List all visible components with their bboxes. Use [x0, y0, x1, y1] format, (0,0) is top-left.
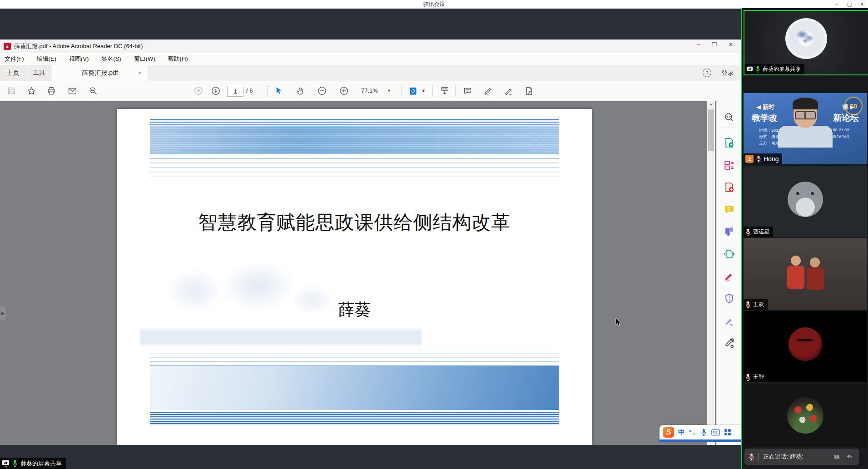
zoom-level-dropdown[interactable]: 77.1% — [361, 86, 378, 96]
meeting-title: 腾讯会议 — [0, 0, 868, 8]
profile-badge-icon — [745, 155, 754, 163]
minimize-icon[interactable]: – — [833, 1, 840, 7]
meeting-titlebar: 腾讯会议 – ▢ ✕ — [0, 0, 868, 9]
page-number-input[interactable]: 1 — [227, 86, 243, 97]
participant-tile-5[interactable]: 王智 — [744, 311, 867, 382]
search-icon — [89, 86, 98, 96]
soft-keyboard-icon[interactable] — [711, 429, 720, 436]
sign-button[interactable] — [501, 84, 516, 98]
print-icon — [47, 86, 56, 95]
mic-muted-icon — [745, 228, 751, 236]
search-tools-button[interactable] — [723, 111, 735, 123]
sogou-menu-grid-icon[interactable] — [724, 429, 731, 436]
zoom-in-button[interactable] — [336, 84, 352, 98]
acrobat-restore-icon[interactable]: ❐ — [712, 41, 717, 48]
menu-sign[interactable]: 签名(S) — [101, 55, 121, 63]
input-mode-toggle[interactable]: 中 — [678, 428, 685, 437]
page-fit-caret-icon[interactable]: ▼ — [422, 89, 426, 93]
participant-tile-6[interactable] — [744, 384, 867, 447]
zoom-level-value: 77.1% — [361, 87, 378, 94]
close-icon[interactable]: ✕ — [859, 1, 865, 7]
page-fit-button[interactable] — [405, 84, 421, 98]
kid-photo — [810, 257, 820, 267]
speaking-status-text: 正在讲话: 薛葵; — [763, 453, 804, 461]
protect-pdf-button[interactable] — [723, 292, 735, 305]
mic-on-icon — [755, 66, 760, 73]
participant-tile-share[interactable]: 薛葵的屏幕共享 — [744, 10, 868, 75]
scrollbar-thumb[interactable] — [708, 109, 714, 151]
nav-pane-expand-button[interactable]: ▶ — [0, 306, 6, 320]
print-button[interactable] — [44, 84, 59, 98]
acrobat-window-controls: – ❐ ✕ — [697, 41, 733, 48]
punctuation-toggle[interactable]: °， — [689, 428, 696, 436]
share-preview-image — [785, 18, 827, 59]
hand-tool-button[interactable] — [293, 84, 308, 98]
acrobat-close-icon[interactable]: ✕ — [729, 41, 733, 48]
page-count-label: / 6 — [246, 86, 253, 96]
find-button[interactable] — [85, 84, 101, 98]
participant-tile-4[interactable]: 王跃 — [744, 238, 867, 310]
layout-icon[interactable] — [833, 452, 842, 461]
menu-window[interactable]: 窗口(W) — [134, 55, 155, 63]
participant-label: 薛葵的屏幕共享 — [744, 64, 804, 74]
acrobat-window-title: 薛葵汇报.pdf - Adobe Acrobat Reader DC (64-b… — [14, 42, 143, 50]
tab-document[interactable]: 薛葵汇报.pdf × — [52, 65, 148, 81]
scroll-mode-button[interactable] — [437, 84, 452, 98]
favorites-button[interactable] — [24, 84, 39, 98]
email-icon — [68, 86, 77, 96]
email-button[interactable] — [64, 84, 80, 98]
menu-help[interactable]: 帮助(H) — [168, 55, 188, 63]
combine-files-button[interactable] — [723, 226, 735, 238]
fill-sign-button[interactable] — [521, 84, 536, 98]
kid-photo — [807, 267, 824, 290]
participant-tile-3[interactable]: 曹运星 — [744, 166, 867, 237]
tab-document-label: 薛葵汇报.pdf — [82, 69, 118, 77]
fill-sign-tool-button[interactable] — [723, 270, 735, 282]
voice-input-icon[interactable] — [700, 429, 707, 436]
menu-edit[interactable]: 编辑(E) — [37, 55, 56, 63]
highlight-button[interactable] — [480, 84, 496, 98]
screen-share-icon — [746, 66, 753, 72]
acrobat-minimize-icon[interactable]: – — [697, 41, 700, 48]
avatar-eye — [796, 192, 799, 195]
page-up-icon — [193, 86, 203, 96]
tab-close-icon[interactable]: × — [138, 70, 141, 76]
comment-button[interactable] — [460, 84, 475, 98]
vertical-scrollbar[interactable]: ▲ ▼ — [707, 101, 715, 445]
select-tool-button[interactable] — [271, 84, 286, 98]
sign-in-button[interactable]: 登录 — [721, 69, 734, 77]
export-pdf-button[interactable] — [723, 137, 735, 149]
previous-page-button[interactable] — [191, 84, 206, 98]
comment-tool-button[interactable] — [723, 203, 735, 216]
create-pdf-button[interactable] — [723, 181, 735, 193]
tab-home[interactable]: 主页 — [0, 65, 26, 81]
avatar — [788, 182, 823, 217]
zoom-out-button[interactable] — [314, 84, 330, 98]
zoom-caret-icon[interactable]: ▼ — [387, 89, 391, 93]
organize-pages-button[interactable] — [723, 159, 735, 171]
next-page-button[interactable] — [208, 84, 223, 98]
maximize-icon[interactable]: ▢ — [846, 1, 853, 7]
more-tools-button[interactable] — [723, 337, 735, 349]
slide-bottom-band — [150, 349, 559, 425]
certificates-button[interactable] — [723, 315, 735, 327]
save-button[interactable] — [4, 84, 19, 98]
share-banner: 薛葵的屏幕共享 — [0, 458, 66, 469]
avatar-detail — [797, 339, 813, 341]
participant-label: 王跃 — [744, 299, 768, 310]
fill-sign-icon — [524, 86, 534, 96]
undo-icon[interactable] — [845, 452, 854, 461]
sogou-logo-icon[interactable]: S — [663, 427, 674, 438]
comment-icon — [463, 86, 472, 96]
help-icon[interactable]: ? — [703, 69, 711, 77]
compress-pdf-button[interactable] — [723, 248, 735, 260]
participant-name: 王跃 — [753, 301, 764, 308]
tab-tools[interactable]: 工具 — [27, 65, 52, 81]
scroll-up-icon[interactable]: ▲ — [707, 102, 715, 106]
menu-file[interactable]: 文件(F) — [5, 55, 24, 63]
combine-files-icon — [724, 226, 735, 237]
participant-label: Hong — [744, 153, 782, 164]
menu-view[interactable]: 视图(V) — [69, 55, 89, 63]
save-icon — [7, 86, 16, 95]
participant-tile-hong[interactable]: 70 ◀ 新时 课 ▶ 教学改 新论坛 时间：2022 19:00-21:00 … — [744, 93, 867, 164]
